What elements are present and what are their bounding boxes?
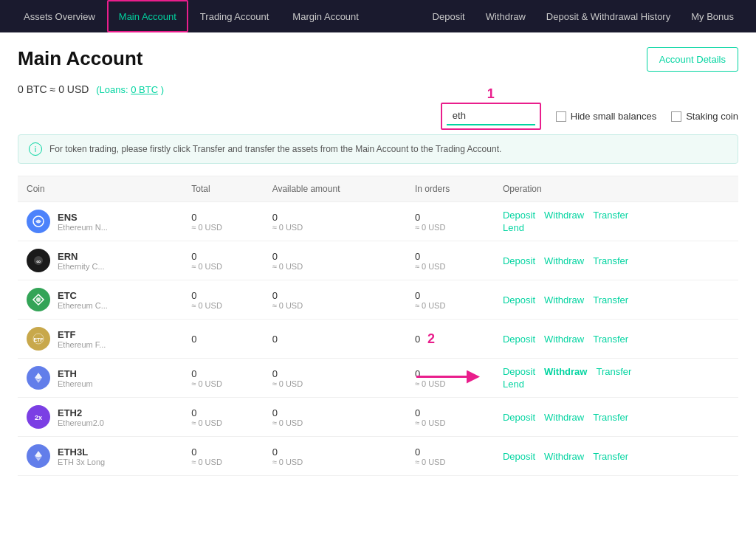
withdraw-link-eth3l[interactable]: Withdraw xyxy=(544,451,584,462)
coin-symbol-etf: ETF xyxy=(58,329,106,340)
withdraw-link-etc[interactable]: Withdraw xyxy=(544,294,584,306)
main-content: Main Account Account Details 0 BTC ≈ 0 U… xyxy=(0,32,756,491)
hide-small-balances-checkbox[interactable] xyxy=(556,111,566,122)
coin-name-ens: Ethereum N... xyxy=(58,223,108,232)
available-eth: 0 ≈ 0 USD xyxy=(264,359,406,398)
balance-loans: (Loans: 0 BTC ) xyxy=(96,84,164,95)
nav-my-bonus[interactable]: My Bonus xyxy=(681,0,744,32)
annotation-1: 1 xyxy=(487,86,495,102)
transfer-link-etf[interactable]: Transfer xyxy=(593,334,628,345)
total-ern: 0 ≈ 0 USD xyxy=(182,241,263,280)
transfer-link-ern[interactable]: Transfer xyxy=(593,255,628,266)
annotation-2-wrapper: 2 xyxy=(427,331,435,347)
withdraw-link-ens[interactable]: Withdraw xyxy=(544,210,584,221)
nav-main-account[interactable]: Main Account xyxy=(107,0,188,32)
page-title: Main Account xyxy=(18,47,142,70)
inorders-etc: 0 ≈ 0 USD xyxy=(406,280,494,320)
hide-small-balances-filter[interactable]: Hide small balances xyxy=(556,111,656,122)
inorders-ens: 0 ≈ 0 USD xyxy=(406,202,494,241)
coin-symbol-eth: ETH xyxy=(58,368,93,379)
lend-link-eth[interactable]: Lend xyxy=(503,379,524,390)
col-total: Total xyxy=(182,176,263,202)
nav-margin-account[interactable]: Margin Account xyxy=(281,0,371,32)
inorders-eth3l: 0 ≈ 0 USD xyxy=(406,437,494,476)
col-coin: Coin xyxy=(18,176,182,202)
loans-link[interactable]: 0 BTC xyxy=(131,84,158,95)
deposit-link-etf[interactable]: Deposit xyxy=(503,334,535,345)
withdraw-link-eth[interactable]: Withdraw xyxy=(544,366,587,377)
nav-withdraw[interactable]: Withdraw xyxy=(475,0,536,32)
deposit-link-eth2[interactable]: Deposit xyxy=(503,412,535,423)
transfer-link-eth[interactable]: Transfer xyxy=(596,366,631,377)
deposit-link-ern[interactable]: Deposit xyxy=(503,255,535,266)
staking-coin-label: Staking coin xyxy=(686,111,738,122)
deposit-link-ens[interactable]: Deposit xyxy=(503,210,535,221)
coin-icon-eth3l xyxy=(27,444,50,468)
info-text: For token trading, please firstly click … xyxy=(49,144,501,154)
transfer-link-ens[interactable]: Transfer xyxy=(593,210,628,221)
operation-eth3l: Deposit Withdraw Transfer xyxy=(494,437,738,476)
balance-display: 0 BTC ≈ 0 USD (Loans: 0 BTC ) xyxy=(18,83,164,95)
table-row: ETH Ethereum 0 ≈ 0 USD 0 ≈ 0 USD 0 ≈ 0 U… xyxy=(18,359,738,398)
coin-symbol-ens: ENS xyxy=(58,212,108,223)
balance-row: 0 BTC ≈ 0 USD (Loans: 0 BTC ) xyxy=(18,83,738,95)
table-row: ETF ETF Ethereum F... 0 0 0 xyxy=(18,320,738,359)
nav-trading-account[interactable]: Trading Account xyxy=(188,0,281,32)
table-header-row: Coin Total Available amount In orders Op… xyxy=(18,176,738,202)
nav-assets-overview[interactable]: Assets Overview xyxy=(12,0,107,32)
svg-text:∞: ∞ xyxy=(36,258,41,265)
nav-deposit-withdrawal-history[interactable]: Deposit & Withdrawal History xyxy=(536,0,681,32)
table-body: ENS Ethereum N... 0 ≈ 0 USD 0 ≈ 0 USD 0 … xyxy=(18,202,738,476)
svg-marker-12 xyxy=(35,451,42,458)
staking-coin-checkbox[interactable] xyxy=(671,111,681,122)
coin-name-etc: Ethereum C... xyxy=(58,301,108,310)
coin-name-eth2: Ethereum2.0 xyxy=(58,418,104,427)
col-operation: Operation xyxy=(494,176,738,202)
filters-row: 1 Hide small balances Staking coin xyxy=(18,107,738,125)
withdraw-link-ern[interactable]: Withdraw xyxy=(544,255,584,266)
coin-symbol-eth2: ETH2 xyxy=(58,407,104,418)
coin-cell-eth2: 2x ETH2 Ethereum2.0 xyxy=(18,398,182,437)
hide-small-balances-label: Hide small balances xyxy=(571,111,656,122)
coin-name-etf: Ethereum F... xyxy=(58,340,106,349)
search-input[interactable] xyxy=(447,107,535,125)
available-ern: 0 ≈ 0 USD xyxy=(264,241,406,280)
available-eth3l: 0 ≈ 0 USD xyxy=(264,437,406,476)
top-navigation: Assets Overview Main Account Trading Acc… xyxy=(0,0,756,32)
deposit-link-eth[interactable]: Deposit xyxy=(503,366,535,377)
info-icon: i xyxy=(29,142,42,156)
svg-point-4 xyxy=(36,297,41,302)
total-eth3l: 0 ≈ 0 USD xyxy=(182,437,263,476)
coin-name-eth3l: ETH 3x Long xyxy=(58,458,105,466)
svg-marker-7 xyxy=(35,373,42,379)
withdraw-link-eth2[interactable]: Withdraw xyxy=(544,412,584,423)
coin-icon-etc xyxy=(27,288,50,311)
deposit-link-eth3l[interactable]: Deposit xyxy=(503,451,535,462)
search-wrapper: 1 xyxy=(447,107,535,125)
assets-table: Coin Total Available amount In orders Op… xyxy=(18,176,738,476)
total-etf: 0 xyxy=(182,320,263,359)
withdraw-link-etf[interactable]: Withdraw xyxy=(544,334,584,345)
nav-deposit[interactable]: Deposit xyxy=(422,0,475,32)
operation-ern: Deposit Withdraw Transfer xyxy=(494,241,738,280)
coin-icon-eth xyxy=(27,366,50,390)
inorders-ern: 0 ≈ 0 USD xyxy=(406,241,494,280)
staking-coin-filter[interactable]: Staking coin xyxy=(671,111,738,122)
inorders-eth2: 0 ≈ 0 USD xyxy=(406,398,494,437)
inorders-etf: 0 xyxy=(406,320,494,359)
transfer-link-eth2[interactable]: Transfer xyxy=(593,412,628,423)
coin-cell-ens: ENS Ethereum N... xyxy=(18,202,182,241)
total-etc: 0 ≈ 0 USD xyxy=(182,280,263,320)
coin-icon-etf: ETF xyxy=(27,327,50,351)
deposit-link-etc[interactable]: Deposit xyxy=(503,294,535,306)
operation-ens: Deposit Withdraw Transfer Lend xyxy=(494,202,738,241)
table-row: ENS Ethereum N... 0 ≈ 0 USD 0 ≈ 0 USD 0 … xyxy=(18,202,738,241)
account-details-button[interactable]: Account Details xyxy=(647,47,738,72)
page-header: Main Account Account Details xyxy=(18,47,738,72)
transfer-link-etc[interactable]: Transfer xyxy=(593,294,628,306)
table-row: 2x ETH2 Ethereum2.0 0 ≈ 0 USD 0 ≈ 0 USD xyxy=(18,398,738,437)
coin-cell-etf: ETF ETF Ethereum F... xyxy=(18,320,182,359)
total-eth2: 0 ≈ 0 USD xyxy=(182,398,263,437)
lend-link-ens[interactable]: Lend xyxy=(503,222,524,233)
transfer-link-eth3l[interactable]: Transfer xyxy=(593,451,628,462)
